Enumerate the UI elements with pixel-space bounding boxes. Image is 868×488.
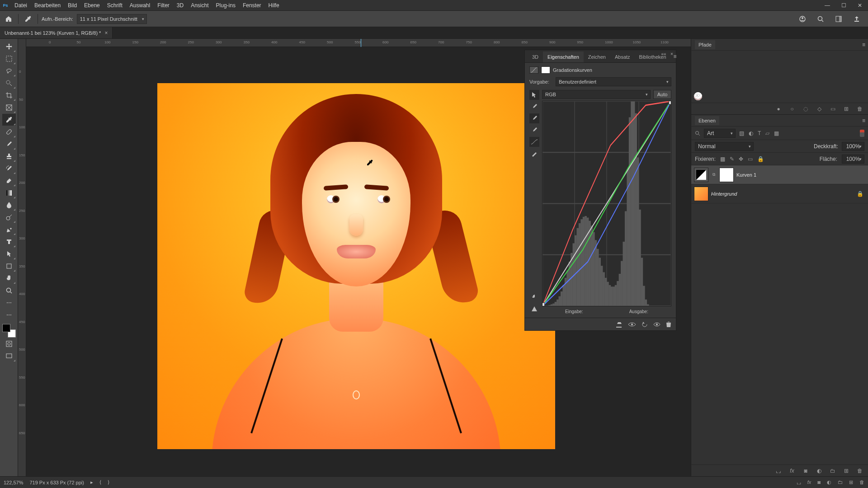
layer-row[interactable]: Hintergrund🔒 <box>691 184 868 203</box>
edit-toolbar-icon[interactable]: ⋯ <box>2 309 16 321</box>
delete-layer-icon[interactable]: 🗑 <box>859 479 864 485</box>
adjustment-layer-icon[interactable]: ◐ <box>816 468 823 474</box>
type-tool[interactable] <box>2 236 16 248</box>
curves-graph[interactable] <box>542 101 671 306</box>
clip-to-layer-icon[interactable] <box>615 321 623 328</box>
doc-dimensions[interactable]: 719 Px x 633 Px (72 ppi) <box>29 480 84 485</box>
tab-pfade[interactable]: Pfade <box>695 40 715 49</box>
tab-zeichen[interactable]: Zeichen <box>584 52 610 62</box>
delete-path-icon[interactable]: 🗑 <box>856 106 863 112</box>
filter-smart-icon[interactable]: ▦ <box>774 130 779 136</box>
dodge-tool[interactable] <box>2 211 16 223</box>
menu-filter[interactable]: Filter <box>154 0 173 10</box>
menu-fenster[interactable]: Fenster <box>239 0 265 10</box>
hand-clip-icon[interactable] <box>529 292 539 302</box>
panel-menu-icon[interactable]: ≡ <box>859 116 868 126</box>
reset-icon[interactable] <box>642 321 648 328</box>
frame-tool[interactable] <box>2 102 16 113</box>
gradient-tool[interactable] <box>2 187 16 199</box>
layer-filter-select[interactable]: Art ▾ <box>704 129 736 138</box>
hand-tool[interactable] <box>2 272 16 284</box>
zoom-tool[interactable] <box>2 285 16 296</box>
workspace-icon[interactable] <box>833 13 844 25</box>
tab-eigenschaften[interactable]: Eigenschaften <box>543 52 584 62</box>
filter-pixel-icon[interactable]: ▧ <box>739 130 744 136</box>
document-tab[interactable]: Unbenannt-1 bei 123% (Kurven 1, RGB/8) *… <box>0 27 113 38</box>
layer-fx-icon[interactable]: fx <box>807 479 811 485</box>
filter-adjust-icon[interactable]: ◐ <box>749 130 753 136</box>
tab-ebenen[interactable]: Ebenen <box>695 116 719 125</box>
heal-tool[interactable] <box>2 126 16 138</box>
search-icon[interactable] <box>695 131 700 136</box>
layer-mask-icon[interactable]: ◙ <box>817 479 821 485</box>
preset-select[interactable]: Benutzerdefiniert ▾ <box>556 77 671 86</box>
stamp-tool[interactable] <box>2 150 16 162</box>
new-layer-icon[interactable]: ⊞ <box>843 468 850 474</box>
path-select-tool[interactable] <box>2 248 16 260</box>
mask-from-path-icon[interactable]: ▭ <box>829 106 836 112</box>
opacity-input[interactable]: 100% ▾ <box>842 142 864 151</box>
view-previous-icon[interactable] <box>628 322 636 327</box>
layer-group-icon[interactable]: 🗀 <box>838 479 843 485</box>
fill-path-icon[interactable]: ● <box>775 106 782 112</box>
link-layers-icon[interactable]: ⌞⌟ <box>775 468 782 474</box>
status-caret-icon[interactable]: ▸ <box>90 479 93 485</box>
black-eyedropper-icon[interactable] <box>529 125 539 135</box>
channel-select[interactable]: RGB ▾ <box>542 90 651 99</box>
fill-input[interactable]: 100% ▾ <box>842 155 864 164</box>
layer-mask-icon[interactable]: ◙ <box>802 468 809 474</box>
delete-adjustment-icon[interactable] <box>666 321 671 328</box>
history-brush-tool[interactable] <box>2 163 16 174</box>
marquee-tool[interactable] <box>2 53 16 65</box>
layer-mask-icon[interactable] <box>541 66 550 74</box>
menu-3d[interactable]: 3D <box>173 0 187 10</box>
menu-bild[interactable]: Bild <box>64 0 80 10</box>
menu-ansicht[interactable]: Ansicht <box>187 0 212 10</box>
shape-tool[interactable] <box>2 260 16 272</box>
foreground-color-swatch[interactable] <box>2 324 10 332</box>
lock-artboard-icon[interactable]: ▭ <box>748 156 753 162</box>
eyedropper-tool-icon[interactable] <box>22 13 34 25</box>
menu-bearbeiten[interactable]: Bearbeiten <box>31 0 64 10</box>
selection-to-path-icon[interactable]: ◇ <box>816 106 823 112</box>
draw-curve-mode-icon[interactable] <box>529 149 539 159</box>
layer-name[interactable]: Kurven 1 <box>736 172 756 178</box>
filter-toggle[interactable] <box>860 130 864 137</box>
eraser-tool[interactable] <box>2 175 16 187</box>
menu-schrift[interactable]: Schrift <box>104 0 126 10</box>
panel-close-icon[interactable]: × <box>668 50 676 58</box>
filter-shape-icon[interactable]: ▱ <box>765 130 769 136</box>
tab-absatz[interactable]: Absatz <box>610 52 635 62</box>
blur-tool[interactable] <box>2 199 16 211</box>
layer-thumb[interactable] <box>694 187 708 201</box>
warning-icon[interactable] <box>529 304 539 314</box>
white-eyedropper-icon[interactable] <box>529 102 539 112</box>
window-close-button[interactable]: ✕ <box>852 0 868 10</box>
lock-transparency-icon[interactable]: ▩ <box>720 156 725 162</box>
mask-thumb[interactable] <box>719 168 734 182</box>
link-layers-icon[interactable]: ⌞⌟ <box>797 479 801 485</box>
layer-name[interactable]: Hintergrund <box>711 191 737 197</box>
targeted-adjust-tool[interactable] <box>529 90 539 100</box>
tab-3d[interactable]: 3D <box>528 52 543 62</box>
home-button[interactable] <box>3 13 14 25</box>
gray-eyedropper-icon[interactable] <box>529 113 539 123</box>
window-maximize-button[interactable]: ☐ <box>835 0 852 10</box>
status-prev-icon[interactable]: ⟨ <box>99 479 101 485</box>
status-next-icon[interactable]: ⟩ <box>108 479 109 485</box>
adjustment-thumb[interactable] <box>694 168 708 182</box>
quick-select-tool[interactable] <box>2 77 16 89</box>
share-icon[interactable] <box>851 13 863 25</box>
window-minimize-button[interactable]: — <box>819 0 835 10</box>
menu-ebene[interactable]: Ebene <box>80 0 104 10</box>
lock-position-icon[interactable]: ✥ <box>739 156 743 162</box>
zoom-level[interactable]: 122,57% <box>4 480 23 485</box>
quickmask-toggle[interactable] <box>2 338 16 350</box>
menu-auswahl[interactable]: Auswahl <box>126 0 154 10</box>
layer-fx-icon[interactable]: fx <box>788 468 796 474</box>
eyedropper-tool[interactable] <box>2 114 16 126</box>
new-path-icon[interactable]: ⊞ <box>843 106 850 112</box>
screenmode-toggle[interactable] <box>2 350 16 362</box>
color-swatches[interactable] <box>2 324 16 338</box>
pen-tool[interactable] <box>2 224 16 235</box>
